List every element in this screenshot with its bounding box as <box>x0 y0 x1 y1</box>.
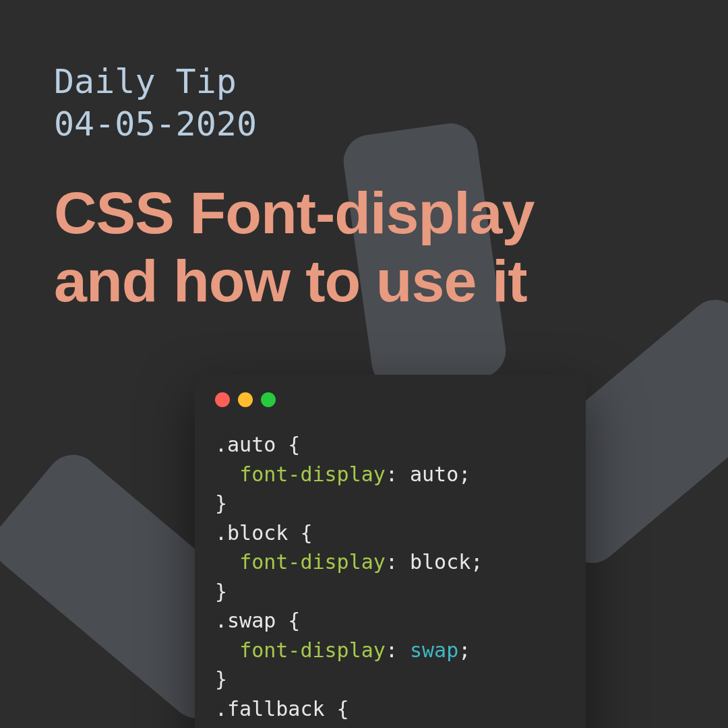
close-icon <box>215 392 230 407</box>
header-label: Daily Tip <box>54 61 257 103</box>
title-line: and how to use it <box>54 247 535 315</box>
maximize-icon <box>261 392 276 407</box>
code-block: .auto { font-display: auto; } .block { f… <box>215 430 566 728</box>
header-block: Daily Tip 04-05-2020 <box>54 61 257 145</box>
title-line: CSS Font-display <box>54 179 535 247</box>
window-controls <box>215 392 566 407</box>
header-date: 04-05-2020 <box>54 103 257 146</box>
minimize-icon <box>238 392 253 407</box>
page-title: CSS Font-display and how to use it <box>54 179 535 315</box>
code-window: .auto { font-display: auto; } .block { f… <box>195 375 586 728</box>
